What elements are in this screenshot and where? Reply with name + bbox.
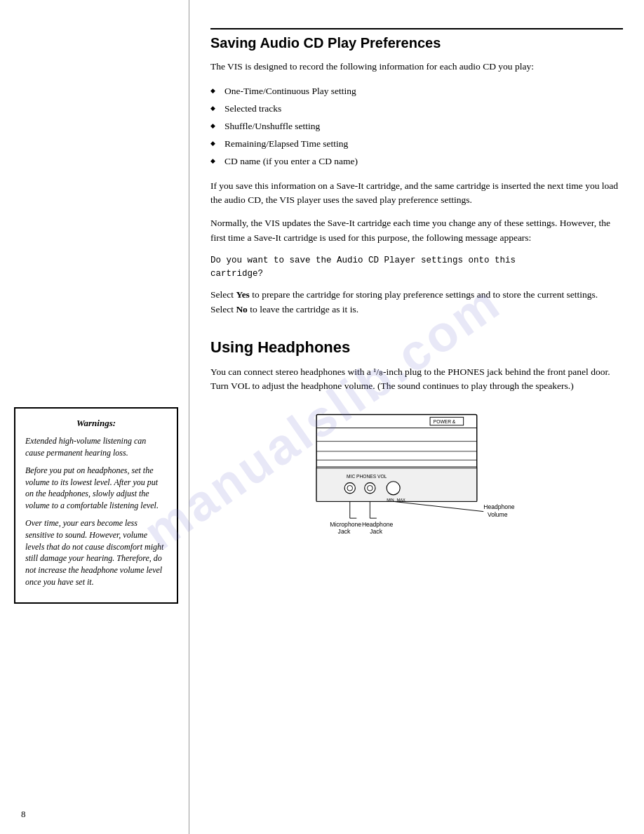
mono-text-line1: Do you want to save the Audio CD Player … (210, 256, 516, 265)
svg-text:MIN: MIN (387, 498, 394, 503)
main-content: Saving Audio CD Play Preferences The VIS… (189, 0, 644, 834)
list-item: Remaining/Elapsed Time setting (210, 135, 623, 153)
warning-1: Extended high-volume listening can cause… (25, 435, 167, 459)
svg-text:POWER &: POWER & (434, 419, 456, 424)
list-item: One-Time/Continuous Play setting (210, 83, 623, 100)
bullet-list: One-Time/Continuous Play setting Selecte… (210, 83, 623, 171)
page: manualslib.com Warnings: Extended high-v… (0, 0, 644, 834)
svg-line-25 (394, 502, 484, 512)
section1-para1: If you save this information on a Save-I… (210, 179, 623, 208)
svg-text:Headphone: Headphone (483, 503, 515, 510)
list-item: Selected tracks (210, 100, 623, 118)
no-keyword: No (236, 304, 248, 315)
section1-para3: Select Yes to prepare the cartridge for … (210, 288, 623, 317)
warning-2: Before you put on headphones, set the vo… (25, 465, 167, 512)
section1-para2: Normally, the VIS updates the Save-It ca… (210, 216, 623, 246)
list-item: CD name (if you enter a CD name) (210, 153, 623, 171)
section2-heading: Using Headphones (210, 338, 623, 357)
warnings-title: Warnings: (25, 417, 167, 430)
svg-point-13 (368, 486, 373, 491)
section2-para1: You can connect stereo headphones with a… (210, 365, 623, 395)
warning-3: Over time, your ears become less sensiti… (25, 517, 167, 588)
para3-pre: Select (210, 289, 236, 300)
svg-point-11 (347, 486, 353, 491)
svg-text:Jack: Jack (338, 528, 351, 535)
page-number: 8 (21, 809, 26, 820)
section1-heading: Saving Audio CD Play Preferences (210, 28, 623, 51)
mono-block: Do you want to save the Audio CD Player … (210, 254, 623, 281)
svg-text:Headphone: Headphone (362, 521, 394, 528)
para3-post: to leave the cartridge as it is. (248, 304, 358, 315)
svg-point-14 (387, 482, 400, 495)
section1-intro: The VIS is designed to record the follow… (210, 60, 623, 74)
svg-text:MAX: MAX (396, 498, 405, 503)
svg-text:MIC  PHONES  VOL: MIC PHONES VOL (347, 474, 387, 479)
yes-keyword: Yes (236, 289, 250, 300)
list-item: Shuffle/Unshuffle setting (210, 118, 623, 135)
mono-text-line2: cartridge? (210, 269, 263, 279)
headphone-diagram: POWER & MIC PHONES VOL MIN MAX (283, 408, 550, 548)
warnings-box: Warnings: Extended high-volume listening… (14, 407, 178, 604)
svg-text:Volume: Volume (488, 512, 508, 519)
diagram-container: POWER & MIC PHONES VOL MIN MAX (210, 408, 623, 548)
svg-text:Microphone: Microphone (330, 521, 361, 528)
sidebar: Warnings: Extended high-volume listening… (0, 0, 189, 834)
svg-text:Jack: Jack (370, 528, 382, 535)
